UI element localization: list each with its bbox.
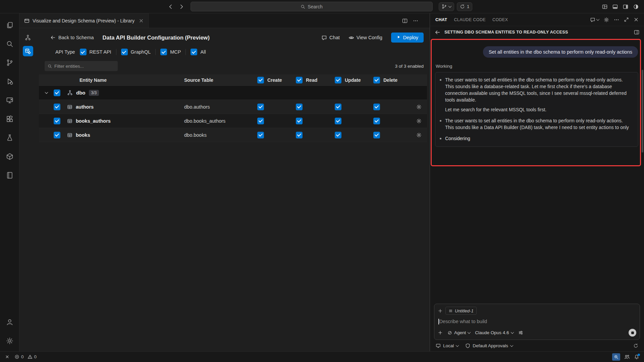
context-chip-untitled[interactable]: Untitled-1 bbox=[445, 307, 477, 315]
graphql-checkbox[interactable]: GraphQL bbox=[121, 49, 151, 55]
command-center-search[interactable]: Search bbox=[191, 2, 433, 11]
tab-codex[interactable]: CODEX bbox=[492, 17, 508, 22]
new-chat-dropdown-icon[interactable] bbox=[590, 17, 599, 22]
read-checkbox[interactable] bbox=[296, 132, 303, 138]
zoom-indicator-icon[interactable] bbox=[612, 353, 620, 361]
history-counter-button[interactable]: 1 bbox=[457, 2, 472, 11]
package-cube-icon[interactable] bbox=[2, 149, 17, 164]
environment-picker[interactable]: Local bbox=[436, 343, 459, 348]
session-back-icon[interactable] bbox=[435, 29, 440, 35]
read-checkbox[interactable] bbox=[296, 118, 303, 124]
delete-checkbox[interactable] bbox=[373, 118, 380, 124]
entity-row-books-authors[interactable]: books_authors dbo.books_authors bbox=[39, 114, 427, 128]
nav-back-button[interactable] bbox=[168, 4, 174, 10]
read-checkbox[interactable] bbox=[296, 104, 303, 110]
split-editor-icon[interactable] bbox=[402, 18, 408, 23]
explorer-icon[interactable] bbox=[2, 17, 17, 33]
voice-send-button[interactable] bbox=[629, 329, 636, 337]
filter-entities-input[interactable] bbox=[45, 61, 118, 71]
notifications-bell[interactable] bbox=[634, 354, 639, 360]
row-checkbox[interactable] bbox=[54, 132, 60, 138]
tab-schema-designer[interactable]: Visualize and Design Schema (Preview) - … bbox=[19, 13, 149, 28]
rest-api-checkbox[interactable]: REST API bbox=[80, 49, 111, 55]
model-picker[interactable]: Claude Opus 4.6 bbox=[475, 330, 513, 335]
remote-indicator-icon[interactable] bbox=[5, 354, 10, 359]
delete-all-checkbox[interactable] bbox=[373, 77, 380, 83]
accounts-sync-icon[interactable] bbox=[624, 354, 630, 360]
close-chat-icon[interactable] bbox=[634, 17, 639, 22]
approvals-picker[interactable]: Default Approvals bbox=[465, 343, 513, 348]
profile-badge-icon[interactable] bbox=[633, 4, 639, 9]
back-to-schema-button[interactable]: Back to Schema bbox=[50, 35, 94, 40]
customize-layout-icon[interactable] bbox=[602, 4, 607, 9]
deploy-button[interactable]: Deploy bbox=[391, 33, 424, 43]
tab-chat[interactable]: CHAT bbox=[435, 17, 447, 22]
entity-row-authors[interactable]: authors dbo.authors bbox=[39, 100, 427, 114]
entity-name: books_authors bbox=[76, 118, 111, 124]
toggle-panel-icon[interactable] bbox=[612, 4, 618, 9]
open-session-in-editor-icon[interactable] bbox=[634, 29, 639, 35]
row-settings-gear-icon[interactable] bbox=[416, 132, 422, 138]
schema-group-row[interactable]: dbo 3/3 bbox=[39, 86, 427, 100]
row-checkbox[interactable] bbox=[54, 104, 60, 110]
create-all-checkbox[interactable] bbox=[257, 77, 264, 83]
entity-row-books[interactable]: books dbo.books bbox=[39, 128, 427, 142]
filter-entities-field[interactable] bbox=[54, 64, 115, 69]
update-checkbox[interactable] bbox=[335, 118, 341, 124]
view-config-button[interactable]: View Config bbox=[348, 35, 382, 41]
problems-indicator[interactable]: 0 0 bbox=[14, 354, 37, 359]
schema-visualizer-icon[interactable] bbox=[23, 32, 33, 43]
read-all-checkbox[interactable] bbox=[296, 77, 303, 83]
chat-settings-gear-icon[interactable] bbox=[604, 17, 609, 22]
expand-chevron-icon[interactable] bbox=[45, 90, 48, 94]
checkbox-checked-icon bbox=[191, 49, 197, 55]
chat-button[interactable]: Chat bbox=[321, 35, 340, 41]
extensions-icon[interactable] bbox=[2, 111, 17, 127]
update-all-checkbox[interactable] bbox=[335, 77, 341, 83]
create-checkbox[interactable] bbox=[257, 104, 264, 110]
nav-forward-button[interactable] bbox=[178, 4, 184, 10]
toggle-secondary-sidebar-icon[interactable] bbox=[623, 4, 628, 9]
run-debug-icon[interactable] bbox=[2, 74, 17, 89]
chat-input-box[interactable]: Untitled-1 Describe what to build Agent bbox=[434, 304, 640, 340]
attach-icon[interactable] bbox=[438, 330, 443, 335]
divider bbox=[116, 49, 116, 55]
refresh-icon[interactable] bbox=[633, 343, 638, 348]
mcp-checkbox[interactable]: MCP bbox=[160, 49, 181, 55]
enabled-summary: 3 of 3 enabled bbox=[395, 64, 424, 69]
search-sidebar-icon[interactable] bbox=[2, 36, 17, 52]
chat-more-icon[interactable] bbox=[614, 17, 619, 22]
chat-scrollbar[interactable] bbox=[642, 70, 643, 153]
remote-explorer-icon[interactable] bbox=[2, 93, 17, 108]
more-actions-icon[interactable] bbox=[413, 18, 418, 23]
tab-claude-code[interactable]: CLAUDE CODE bbox=[454, 17, 486, 22]
tools-sliders-icon[interactable] bbox=[518, 330, 523, 335]
row-checkbox[interactable] bbox=[54, 118, 60, 124]
create-checkbox[interactable] bbox=[257, 118, 264, 124]
update-checkbox[interactable] bbox=[335, 132, 341, 138]
mode-picker[interactable]: Agent bbox=[447, 330, 470, 335]
notebook-icon[interactable] bbox=[2, 168, 17, 183]
settings-gear-icon[interactable] bbox=[2, 333, 17, 349]
create-checkbox[interactable] bbox=[257, 132, 264, 138]
delete-checkbox[interactable] bbox=[373, 132, 380, 138]
column-update: Update bbox=[335, 77, 373, 83]
nav-history bbox=[168, 4, 184, 10]
add-context-icon[interactable] bbox=[438, 308, 443, 313]
row-settings-gear-icon[interactable] bbox=[416, 118, 422, 124]
all-checkbox[interactable]: All bbox=[191, 49, 206, 55]
accounts-icon[interactable] bbox=[2, 314, 17, 330]
api-builder-config-icon[interactable] bbox=[23, 46, 33, 56]
chat-prompt-input[interactable]: Describe what to build bbox=[438, 318, 636, 325]
testing-beaker-icon[interactable] bbox=[2, 130, 17, 145]
delete-checkbox[interactable] bbox=[373, 104, 380, 110]
source-control-icon[interactable] bbox=[2, 55, 17, 70]
divider bbox=[185, 49, 186, 55]
tab-close-icon[interactable] bbox=[139, 18, 144, 23]
row-settings-gear-icon[interactable] bbox=[416, 104, 422, 110]
group-checkbox[interactable] bbox=[54, 89, 60, 96]
expand-chat-icon[interactable] bbox=[624, 17, 629, 22]
header-actions: Chat View Config Deploy bbox=[321, 33, 424, 43]
update-checkbox[interactable] bbox=[335, 104, 341, 110]
session-graph-button[interactable] bbox=[439, 2, 454, 11]
